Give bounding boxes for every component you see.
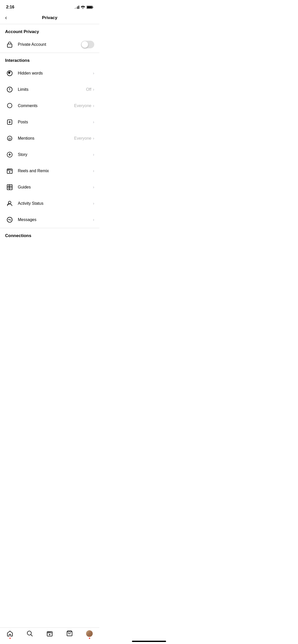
activity-status-row[interactable]: Activity Status › xyxy=(0,195,99,212)
posts-row[interactable]: Posts › xyxy=(0,114,99,130)
status-icons xyxy=(75,5,93,9)
messages-chevron: › xyxy=(93,217,94,222)
messages-row[interactable]: Messages › xyxy=(0,212,99,228)
nav-header: ‹ Privacy xyxy=(0,13,99,24)
svg-rect-2 xyxy=(87,6,92,8)
connections-section-header: Connections xyxy=(0,228,99,240)
svg-point-9 xyxy=(7,103,12,108)
reels-row[interactable]: Reels and Remix › xyxy=(0,163,99,179)
page-title: Privacy xyxy=(42,15,58,20)
private-account-label: Private Account xyxy=(18,42,81,47)
reels-chevron: › xyxy=(93,169,94,173)
comments-label: Comments xyxy=(18,104,74,108)
guides-icon xyxy=(5,183,14,192)
svg-marker-23 xyxy=(9,171,11,173)
hidden-words-chevron: › xyxy=(93,71,94,76)
private-account-row[interactable]: Private Account xyxy=(0,36,99,53)
comments-row[interactable]: Comments Everyone › xyxy=(0,98,99,114)
reels-icon xyxy=(5,166,14,175)
story-chevron: › xyxy=(93,152,94,157)
guides-chevron: › xyxy=(93,185,94,189)
content-area: Account Privacy Private Account Interact… xyxy=(0,24,99,266)
mentions-chevron: › xyxy=(93,136,94,141)
svg-rect-3 xyxy=(7,44,12,47)
comments-value: Everyone xyxy=(74,104,91,108)
story-row[interactable]: Story › xyxy=(0,147,99,163)
posts-chevron: › xyxy=(93,120,94,124)
guides-row[interactable]: Guides › xyxy=(0,179,99,195)
limits-label: Limits xyxy=(18,87,86,92)
private-account-toggle[interactable] xyxy=(81,41,94,48)
hidden-words-icon xyxy=(5,69,14,78)
limits-chevron: › xyxy=(93,87,94,92)
svg-point-8 xyxy=(9,90,10,91)
mentions-icon: @ xyxy=(5,134,14,143)
hidden-words-row[interactable]: Hidden words › xyxy=(0,65,99,81)
limits-value: Off xyxy=(86,87,91,92)
hidden-words-label: Hidden words xyxy=(18,71,93,76)
svg-point-31 xyxy=(8,201,11,204)
account-privacy-section-header: Account Privacy xyxy=(0,24,99,36)
mentions-value: Everyone xyxy=(74,136,91,141)
status-bar: 2:16 xyxy=(0,0,99,13)
posts-label: Posts xyxy=(18,120,93,124)
wifi-icon xyxy=(81,6,85,9)
comments-icon xyxy=(5,101,14,110)
comments-chevron: › xyxy=(93,104,94,108)
battery-icon xyxy=(87,6,93,9)
story-icon xyxy=(5,150,14,159)
posts-icon xyxy=(5,118,14,127)
guides-label: Guides xyxy=(18,185,93,189)
toggle-thumb xyxy=(82,41,88,48)
interactions-section-header: Interactions xyxy=(0,53,99,65)
signal-bars-icon xyxy=(75,5,79,9)
back-button[interactable]: ‹ xyxy=(5,14,7,21)
activity-status-label: Activity Status xyxy=(18,201,93,206)
limits-icon xyxy=(5,85,14,94)
messages-label: Messages xyxy=(18,217,93,222)
messages-icon xyxy=(5,215,14,224)
mentions-row[interactable]: @ Mentions Everyone › xyxy=(0,130,99,147)
mentions-label: Mentions xyxy=(18,136,74,141)
story-label: Story xyxy=(18,152,93,157)
activity-status-icon xyxy=(5,199,14,208)
activity-status-chevron: › xyxy=(93,201,94,206)
lock-icon xyxy=(5,40,14,49)
limits-row[interactable]: Limits Off › xyxy=(0,81,99,98)
svg-rect-1 xyxy=(93,7,93,8)
reels-label: Reels and Remix xyxy=(18,169,93,173)
svg-text:@: @ xyxy=(8,137,11,140)
status-time: 2:16 xyxy=(6,5,14,9)
